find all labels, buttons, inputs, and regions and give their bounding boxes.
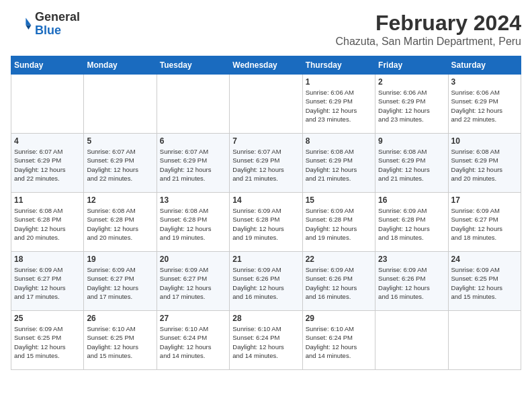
day-info: Sunrise: 6:09 AM Sunset: 6:27 PM Dayligh… — [160, 265, 226, 301]
day-number: 16 — [378, 195, 445, 205]
logo: General Blue — [11, 11, 80, 38]
calendar-cell: 17Sunrise: 6:09 AM Sunset: 6:27 PM Dayli… — [448, 193, 521, 252]
day-number: 18 — [14, 255, 81, 264]
calendar-cell: 28Sunrise: 6:10 AM Sunset: 6:24 PM Dayli… — [230, 311, 302, 370]
day-number: 21 — [232, 255, 299, 264]
day-info: Sunrise: 6:09 AM Sunset: 6:28 PM Dayligh… — [306, 206, 372, 242]
calendar-cell: 25Sunrise: 6:09 AM Sunset: 6:25 PM Dayli… — [11, 311, 84, 370]
calendar-cell: 5Sunrise: 6:07 AM Sunset: 6:29 PM Daylig… — [84, 134, 157, 193]
day-number: 15 — [306, 195, 372, 205]
calendar-cell: 29Sunrise: 6:10 AM Sunset: 6:24 PM Dayli… — [302, 311, 375, 370]
calendar-week-1: 1Sunrise: 6:06 AM Sunset: 6:29 PM Daylig… — [11, 75, 521, 134]
calendar-cell: 3Sunrise: 6:06 AM Sunset: 6:29 PM Daylig… — [448, 75, 521, 134]
header-saturday: Saturday — [448, 56, 521, 75]
day-number: 2 — [378, 77, 445, 87]
calendar-week-2: 4Sunrise: 6:07 AM Sunset: 6:29 PM Daylig… — [11, 134, 521, 193]
day-number: 10 — [451, 136, 518, 146]
calendar-cell: 13Sunrise: 6:08 AM Sunset: 6:28 PM Dayli… — [157, 193, 229, 252]
day-number: 17 — [451, 195, 518, 205]
calendar-cell: 11Sunrise: 6:08 AM Sunset: 6:28 PM Dayli… — [11, 193, 84, 252]
page-header: General Blue February 2024 Chazuta, San … — [11, 11, 521, 48]
day-number: 4 — [14, 136, 81, 146]
calendar-cell: 7Sunrise: 6:07 AM Sunset: 6:29 PM Daylig… — [230, 134, 302, 193]
day-number: 20 — [160, 255, 226, 264]
calendar-cell — [375, 311, 448, 370]
calendar-cell: 1Sunrise: 6:06 AM Sunset: 6:29 PM Daylig… — [302, 75, 375, 134]
day-number: 3 — [451, 77, 518, 87]
day-number: 8 — [306, 136, 372, 146]
svg-marker-0 — [26, 17, 31, 25]
calendar-cell — [84, 75, 157, 134]
logo-text: General Blue — [35, 11, 80, 38]
day-info: Sunrise: 6:10 AM Sunset: 6:24 PM Dayligh… — [160, 324, 226, 360]
day-info: Sunrise: 6:09 AM Sunset: 6:28 PM Dayligh… — [378, 206, 445, 242]
day-number: 23 — [378, 255, 445, 264]
calendar-cell: 20Sunrise: 6:09 AM Sunset: 6:27 PM Dayli… — [157, 252, 229, 311]
day-info: Sunrise: 6:07 AM Sunset: 6:29 PM Dayligh… — [87, 147, 153, 183]
day-number: 13 — [160, 195, 226, 205]
month-title: February 2024 — [335, 11, 521, 36]
calendar-cell: 26Sunrise: 6:10 AM Sunset: 6:25 PM Dayli… — [84, 311, 157, 370]
calendar-cell: 14Sunrise: 6:09 AM Sunset: 6:28 PM Dayli… — [230, 193, 302, 252]
calendar-cell: 24Sunrise: 6:09 AM Sunset: 6:25 PM Dayli… — [448, 252, 521, 311]
day-info: Sunrise: 6:09 AM Sunset: 6:25 PM Dayligh… — [14, 324, 81, 360]
day-number: 9 — [378, 136, 445, 146]
day-info: Sunrise: 6:09 AM Sunset: 6:27 PM Dayligh… — [451, 206, 518, 242]
calendar-header-row: SundayMondayTuesdayWednesdayThursdayFrid… — [11, 56, 521, 75]
logo-general: General — [35, 10, 80, 24]
day-number: 19 — [87, 255, 153, 264]
calendar-cell: 2Sunrise: 6:06 AM Sunset: 6:29 PM Daylig… — [375, 75, 448, 134]
day-info: Sunrise: 6:06 AM Sunset: 6:29 PM Dayligh… — [306, 88, 372, 124]
day-info: Sunrise: 6:07 AM Sunset: 6:29 PM Dayligh… — [14, 147, 81, 183]
title-section: February 2024 Chazuta, San Martin Depart… — [335, 11, 521, 48]
day-number: 1 — [306, 77, 372, 87]
day-info: Sunrise: 6:09 AM Sunset: 6:25 PM Dayligh… — [451, 265, 518, 301]
day-number: 5 — [87, 136, 153, 146]
day-info: Sunrise: 6:07 AM Sunset: 6:29 PM Dayligh… — [232, 147, 299, 183]
calendar-cell — [157, 75, 229, 134]
header-tuesday: Tuesday — [157, 56, 229, 75]
location: Chazuta, San Martin Department, Peru — [335, 36, 521, 48]
day-info: Sunrise: 6:09 AM Sunset: 6:28 PM Dayligh… — [232, 206, 299, 242]
calendar-cell — [230, 75, 302, 134]
day-info: Sunrise: 6:10 AM Sunset: 6:25 PM Dayligh… — [87, 324, 153, 360]
day-info: Sunrise: 6:07 AM Sunset: 6:29 PM Dayligh… — [160, 147, 226, 183]
day-info: Sunrise: 6:08 AM Sunset: 6:28 PM Dayligh… — [160, 206, 226, 242]
logo-blue: Blue — [35, 24, 61, 37]
calendar-cell: 6Sunrise: 6:07 AM Sunset: 6:29 PM Daylig… — [157, 134, 229, 193]
day-number: 28 — [232, 314, 299, 323]
calendar-week-3: 11Sunrise: 6:08 AM Sunset: 6:28 PM Dayli… — [11, 193, 521, 252]
day-number: 24 — [451, 255, 518, 264]
day-info: Sunrise: 6:09 AM Sunset: 6:26 PM Dayligh… — [232, 265, 299, 301]
day-info: Sunrise: 6:08 AM Sunset: 6:29 PM Dayligh… — [451, 147, 518, 183]
calendar-cell: 19Sunrise: 6:09 AM Sunset: 6:27 PM Dayli… — [84, 252, 157, 311]
header-wednesday: Wednesday — [230, 56, 302, 75]
day-info: Sunrise: 6:06 AM Sunset: 6:29 PM Dayligh… — [378, 88, 445, 124]
day-info: Sunrise: 6:08 AM Sunset: 6:28 PM Dayligh… — [87, 206, 153, 242]
day-info: Sunrise: 6:09 AM Sunset: 6:26 PM Dayligh… — [378, 265, 445, 301]
logo-icon — [11, 13, 32, 35]
calendar-cell: 23Sunrise: 6:09 AM Sunset: 6:26 PM Dayli… — [375, 252, 448, 311]
day-number: 29 — [306, 314, 372, 323]
day-number: 22 — [306, 255, 372, 264]
day-info: Sunrise: 6:09 AM Sunset: 6:26 PM Dayligh… — [306, 265, 372, 301]
day-number: 12 — [87, 195, 153, 205]
day-number: 14 — [232, 195, 299, 205]
calendar-cell: 8Sunrise: 6:08 AM Sunset: 6:29 PM Daylig… — [302, 134, 375, 193]
calendar-cell: 21Sunrise: 6:09 AM Sunset: 6:26 PM Dayli… — [230, 252, 302, 311]
calendar-cell: 27Sunrise: 6:10 AM Sunset: 6:24 PM Dayli… — [157, 311, 229, 370]
header-monday: Monday — [84, 56, 157, 75]
calendar-cell: 15Sunrise: 6:09 AM Sunset: 6:28 PM Dayli… — [302, 193, 375, 252]
day-number: 26 — [87, 314, 153, 323]
calendar-table: SundayMondayTuesdayWednesdayThursdayFrid… — [11, 56, 521, 370]
header-sunday: Sunday — [11, 56, 84, 75]
calendar-cell: 9Sunrise: 6:08 AM Sunset: 6:29 PM Daylig… — [375, 134, 448, 193]
calendar-cell: 4Sunrise: 6:07 AM Sunset: 6:29 PM Daylig… — [11, 134, 84, 193]
day-number: 27 — [160, 314, 226, 323]
calendar-cell: 10Sunrise: 6:08 AM Sunset: 6:29 PM Dayli… — [448, 134, 521, 193]
day-info: Sunrise: 6:09 AM Sunset: 6:27 PM Dayligh… — [14, 265, 81, 301]
day-info: Sunrise: 6:10 AM Sunset: 6:24 PM Dayligh… — [232, 324, 299, 360]
day-number: 6 — [160, 136, 226, 146]
day-info: Sunrise: 6:08 AM Sunset: 6:29 PM Dayligh… — [378, 147, 445, 183]
day-info: Sunrise: 6:06 AM Sunset: 6:29 PM Dayligh… — [451, 88, 518, 124]
